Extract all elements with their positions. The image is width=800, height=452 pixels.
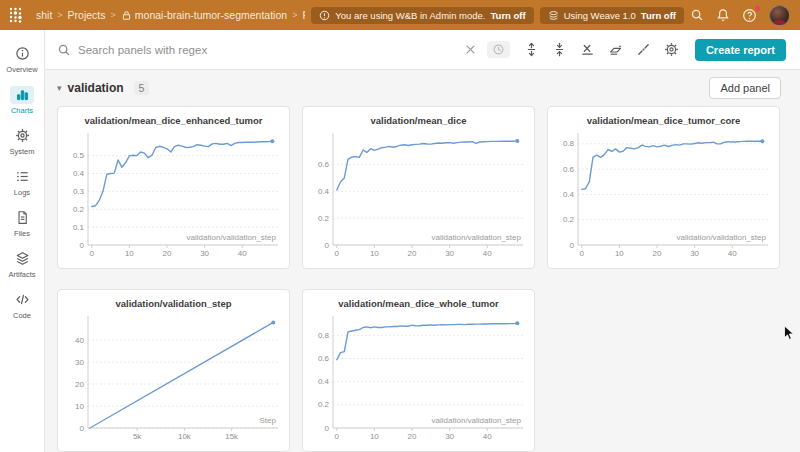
sidebar-item-code[interactable]: Code (1, 286, 43, 324)
svg-text:0.4: 0.4 (318, 377, 330, 386)
svg-text:10: 10 (125, 249, 134, 258)
chart-xaxis-label: validation/validation_step (432, 233, 522, 242)
breadcrumb-projects[interactable]: Projects (68, 9, 106, 21)
breadcrumb-project[interactable]: monai-brain-tumor-segmentation (135, 9, 287, 21)
svg-text:40: 40 (238, 249, 247, 258)
svg-text:40: 40 (483, 249, 492, 258)
svg-text:0.5: 0.5 (73, 151, 85, 160)
expand-panels-icon[interactable] (524, 42, 539, 57)
chart-title: validation/mean_dice (303, 113, 534, 129)
svg-text:10k: 10k (178, 432, 192, 441)
add-panel-button[interactable]: Add panel (709, 77, 781, 99)
line-chart[interactable]: 00.20.40.6010203040validation/validation… (303, 129, 532, 265)
create-report-button[interactable]: Create report (695, 39, 786, 61)
chart-title: validation/mean_dice_whole_tumor (303, 296, 534, 312)
sidebar-item-logs[interactable]: Logs (1, 163, 43, 201)
svg-text:40: 40 (728, 249, 737, 258)
breadcrumb: shit > Projects > monai-brain-tumor-segm… (36, 9, 305, 21)
svg-text:30: 30 (445, 432, 454, 441)
workspace-content: ▾ validation 5 Add panel validation/mean… (45, 70, 800, 452)
global-search-icon[interactable] (690, 8, 704, 22)
chart-panel[interactable]: validation/mean_dice_whole_tumor00.20.40… (302, 289, 535, 452)
svg-text:0.2: 0.2 (73, 205, 85, 214)
svg-text:20: 20 (408, 432, 417, 441)
panels-toolbar: Create report (45, 30, 800, 70)
svg-text:30: 30 (75, 358, 84, 367)
line-chart[interactable]: 00.20.40.60.8010203040validation/validat… (303, 312, 532, 448)
admin-turn-off-button[interactable]: Turn off (490, 10, 525, 21)
alert-circle-icon (319, 10, 330, 21)
svg-text:0: 0 (325, 241, 330, 250)
svg-text:10: 10 (615, 249, 624, 258)
lock-icon (121, 10, 132, 21)
svg-text:0: 0 (335, 432, 340, 441)
layers-stack-icon (548, 10, 559, 21)
section-panel-count: 5 (134, 81, 150, 95)
svg-text:40: 40 (483, 432, 492, 441)
svg-text:0: 0 (80, 424, 85, 433)
svg-text:0: 0 (570, 241, 575, 250)
search-icon (57, 43, 71, 57)
admin-mode-banner: You are using W&B in Admin mode. Turn of… (311, 7, 533, 24)
settings-gear-icon[interactable] (664, 42, 679, 57)
breadcrumb-user[interactable]: shit (36, 9, 52, 21)
svg-text:0: 0 (325, 424, 330, 433)
section-title[interactable]: validation (68, 81, 124, 95)
document-icon (10, 209, 34, 227)
help-icon[interactable] (742, 8, 757, 23)
history-icon[interactable] (487, 41, 510, 58)
line-chart[interactable]: 00.20.40.60.8010203040validation/validat… (548, 129, 777, 265)
svg-text:30: 30 (445, 249, 454, 258)
svg-text:0.6: 0.6 (563, 165, 575, 174)
collapse-panels-icon[interactable] (552, 42, 567, 57)
chart-panel[interactable]: validation/mean_dice00.20.40.6010203040v… (302, 106, 535, 269)
svg-text:10: 10 (75, 402, 84, 411)
svg-text:0.4: 0.4 (563, 190, 575, 199)
sidebar-item-charts[interactable]: Charts (1, 81, 43, 119)
layers-icon (10, 250, 34, 268)
series-line (337, 141, 518, 190)
sidebar-item-artifacts[interactable]: Artifacts (1, 245, 43, 283)
sidebar-item-files[interactable]: Files (1, 204, 43, 242)
svg-text:10: 10 (370, 249, 379, 258)
chart-panel[interactable]: validation/mean_dice_enhanced_tumor00.10… (57, 106, 290, 269)
search-panels-input[interactable] (78, 44, 454, 56)
clear-icon[interactable] (464, 43, 477, 56)
notification-dot (755, 6, 760, 11)
svg-text:40: 40 (75, 336, 84, 345)
notifications-bell-icon[interactable] (716, 8, 730, 22)
svg-text:30: 30 (200, 249, 209, 258)
svg-text:0.2: 0.2 (318, 400, 330, 409)
user-avatar[interactable] (769, 5, 790, 26)
svg-text:0.2: 0.2 (318, 214, 330, 223)
line-chart[interactable]: 0102030405k10k15kStep (58, 312, 287, 448)
svg-text:0: 0 (90, 249, 95, 258)
chart-title: validation/validation_step (58, 296, 289, 312)
weave-turn-off-button[interactable]: Turn off (641, 10, 676, 21)
chart-panel[interactable]: validation/validation_step0102030405k10k… (57, 289, 290, 452)
bar-chart-icon (10, 86, 34, 104)
code-icon (10, 291, 34, 309)
chart-panel[interactable]: validation/mean_dice_tumor_core00.20.40.… (547, 106, 780, 269)
svg-text:0.6: 0.6 (318, 160, 330, 169)
run-sidebar-nav: Overview Charts System Logs Files (0, 30, 45, 452)
series-line (582, 141, 763, 189)
x-axis-icon[interactable] (580, 42, 595, 57)
svg-text:0.1: 0.1 (73, 223, 85, 232)
svg-text:20: 20 (75, 380, 84, 389)
svg-text:0.8: 0.8 (318, 331, 330, 340)
panel-row-1: validation/mean_dice_enhanced_tumor00.10… (57, 106, 781, 269)
chart-title: validation/mean_dice_enhanced_tumor (58, 113, 289, 129)
sidebar-item-overview[interactable]: Overview (1, 40, 43, 78)
svg-text:0.6: 0.6 (318, 354, 330, 363)
breadcrumb-runs[interactable]: Runs (302, 9, 305, 21)
wandb-logo-icon[interactable] (8, 6, 26, 24)
chart-xaxis-label: validation/validation_step (432, 416, 522, 425)
chevron-down-icon[interactable]: ▾ (57, 83, 62, 93)
panel-layout-icon[interactable] (608, 42, 623, 57)
svg-text:10: 10 (370, 432, 379, 441)
svg-text:0: 0 (80, 241, 85, 250)
sidebar-item-system[interactable]: System (1, 122, 43, 160)
outlier-sampling-icon[interactable] (636, 42, 651, 57)
line-chart[interactable]: 00.10.20.30.40.5010203040validation/vali… (58, 129, 287, 265)
